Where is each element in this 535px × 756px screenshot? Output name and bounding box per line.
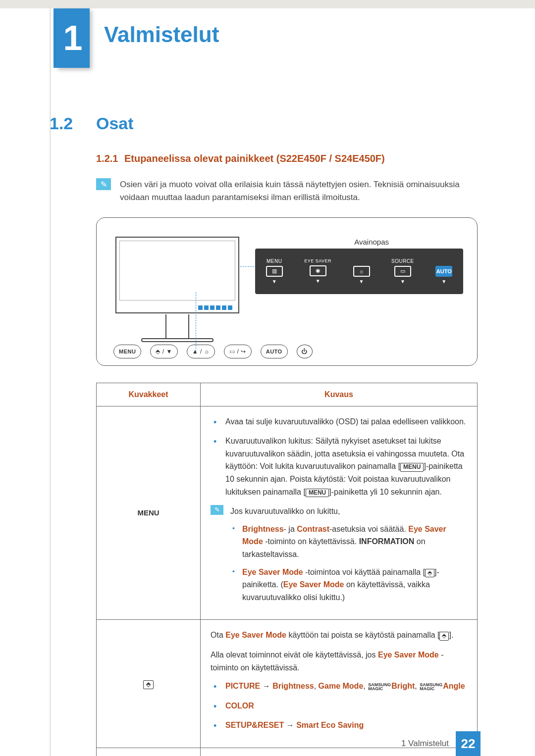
hl-color: COLOR — [225, 702, 254, 710]
t: -asetuksia voi säätää. — [329, 525, 408, 533]
header-strip — [0, 0, 535, 8]
key-guide-title: Avainopas — [354, 238, 389, 246]
desc-cell-eye: Ota Eye Saver Mode käyttöön tai poista s… — [201, 620, 478, 748]
hl-bright: Bright — [391, 682, 415, 690]
leader-line-2 — [196, 292, 196, 352]
table-row-eye: ⬘ Ota Eye Saver Mode käyttöön tai poista… — [97, 620, 478, 748]
t: -toimintoa voi käyttää painamalla [ — [303, 568, 425, 576]
monitor-stand-base — [141, 338, 214, 342]
section-title: Osat — [96, 114, 134, 133]
samsung-magic-label: SAMSUNGMAGIC — [368, 683, 391, 691]
hl-setup-reset: SETUP&RESET — [225, 721, 284, 729]
hl-smart-eco: Smart Eco Saving — [296, 721, 364, 729]
osd-eye-saver: EYE SAVER ◉▼ — [304, 259, 331, 284]
menu-chip-icon: MENU — [400, 463, 424, 472]
samsung-magic-label: SAMSUNGMAGIC — [420, 683, 442, 691]
osd-eye-saver-label: EYE SAVER — [304, 259, 331, 263]
note-icon: ✎ — [96, 178, 111, 190]
t: ]. — [449, 631, 453, 639]
osd-source: SOURCE ▭▼ — [391, 258, 414, 284]
hl-eye-saver: Eye Saver Mode — [378, 651, 439, 659]
chapter-number-badge: 1 — [56, 8, 90, 68]
kw-information: INFORMATION — [359, 537, 415, 546]
note-icon: ✎ — [211, 505, 223, 515]
eye-up-chip-icon: ⬘ — [425, 569, 434, 578]
page-footer: 1 Valmistelut 22 — [0, 731, 535, 756]
t: Alla olevat toiminnot eivät ole käytettä… — [211, 651, 378, 659]
eye-bullet-3: SETUP&RESET → Smart Eco Saving — [214, 719, 467, 732]
btn-auto: AUTO — [261, 345, 288, 358]
hl-game-mode: Game Mode — [319, 682, 364, 690]
t: käyttöön tai poista se käytöstä painamal… — [286, 631, 440, 639]
hl-contrast: Contrast — [297, 525, 329, 533]
menu-sub-bullet-2: Eye Saver Mode -toimintoa voi käyttää pa… — [230, 566, 467, 604]
osd-auto-label: AUTO — [435, 266, 452, 277]
btn-eye-down: ⬘ / ▼ — [150, 345, 177, 358]
subsection-number: 1.2.1 — [96, 153, 118, 164]
hl-eye-saver: Eye Saver Mode — [225, 631, 286, 639]
osd-key-guide: MENU ▥▼ EYE SAVER ◉▼ ☼▼ SOURCE ▭▼ AUTO▼ — [255, 249, 463, 294]
hl-picture: PICTURE — [225, 682, 260, 690]
btn-menu: MENU — [113, 345, 141, 358]
t: , — [363, 682, 368, 690]
subsection-heading: 1.2.1 Etupaneelissa olevat painikkeet (S… — [96, 153, 485, 164]
btn-up-bright: ▲ / ☼ — [187, 345, 215, 358]
btn-power: ⏻ — [297, 345, 313, 358]
t: , — [314, 682, 319, 690]
menu-bullet-1: Avaa tai sulje kuvaruutuvalikko (OSD) ta… — [214, 415, 467, 428]
note-text: Osien väri ja muoto voivat olla erilaisi… — [120, 178, 485, 204]
menu-bullet-2: Kuvaruutuvalikon lukitus: Säilytä nykyis… — [214, 435, 467, 498]
hl-brightness: Brightness — [242, 525, 284, 533]
eye-up-icon: ⬘ — [143, 680, 154, 689]
icon-cell-eye: ⬘ — [97, 620, 201, 748]
arrow: → — [260, 682, 272, 690]
monitor-screen — [119, 241, 235, 301]
eye-bullet-1: PICTURE → Brightness, Game Mode, SAMSUNG… — [214, 680, 467, 693]
physical-button-row: MENU ⬘ / ▼ ▲ / ☼ ▭ / ↪ AUTO ⏻ — [113, 345, 313, 358]
section-number: 1.2 — [50, 114, 84, 133]
osd-menu: MENU ▥▼ — [266, 258, 283, 284]
arrow: → — [284, 721, 296, 729]
front-panel-diagram: Avainopas MENU ▥▼ EYE SAVER ◉▼ ☼▼ SOURCE… — [96, 217, 478, 366]
page-number: 22 — [456, 731, 481, 756]
monitor-stand-neck — [165, 314, 189, 338]
eye-bullet-2: COLOR — [214, 700, 467, 712]
desc-cell-menu: Avaa tai sulje kuvaruutuvalikko (OSD) ta… — [201, 406, 478, 620]
subsection-title: Etupaneelissa olevat painikkeet (S22E450… — [124, 153, 385, 164]
hl-angle: Angle — [443, 682, 465, 690]
hl-brightness: Brightness — [272, 682, 314, 690]
monitor-outline — [115, 237, 239, 313]
menu-b2-post: ]-painiketta yli 10 sekunnin ajan. — [329, 488, 442, 496]
eye-up-chip-icon: ⬘ — [439, 632, 449, 641]
menu-inner-note: ✎ Jos kuvaruutuvalikko on lukittu, Brigh… — [211, 505, 467, 608]
btn-source-enter: ▭ / ↪ — [224, 345, 252, 358]
icon-cell-menu: MENU — [97, 406, 201, 620]
osd-auto: AUTO▼ — [435, 258, 452, 284]
t: - ja — [284, 525, 297, 533]
t: Ota — [211, 631, 225, 639]
osd-source-label: SOURCE — [391, 258, 414, 264]
table-row-menu: MENU Avaa tai sulje kuvaruutuvalikko (OS… — [97, 406, 478, 620]
t: -toiminto on käytettävissä. — [263, 537, 359, 546]
chapter-title: Valmistelut — [104, 22, 219, 47]
osd-brightness: ☼▼ — [353, 258, 370, 284]
t: , — [415, 682, 419, 690]
button-description-table: Kuvakkeet Kuvaus MENU Avaa tai sulje kuv… — [96, 383, 478, 756]
th-desc: Kuvaus — [201, 383, 478, 406]
note-block: ✎ Osien väri ja muoto voivat olla erilai… — [96, 178, 485, 204]
section-heading: 1.2 Osat — [50, 114, 485, 133]
footer-chapter-ref: 1 Valmistelut — [401, 739, 449, 749]
th-icons: Kuvakkeet — [97, 383, 201, 406]
monitor-button-strip — [198, 305, 232, 310]
hl-eye-saver: Eye Saver Mode — [242, 568, 303, 576]
osd-menu-label: MENU — [267, 258, 282, 264]
menu-sub-bullet-1: Brightness- ja Contrast-asetuksia voi sä… — [230, 523, 467, 561]
menu-note-intro: Jos kuvaruutuvalikko on lukittu, — [230, 505, 467, 518]
menu-chip-icon: MENU — [306, 489, 329, 498]
hl-eye-saver: Eye Saver Mode — [283, 580, 344, 589]
